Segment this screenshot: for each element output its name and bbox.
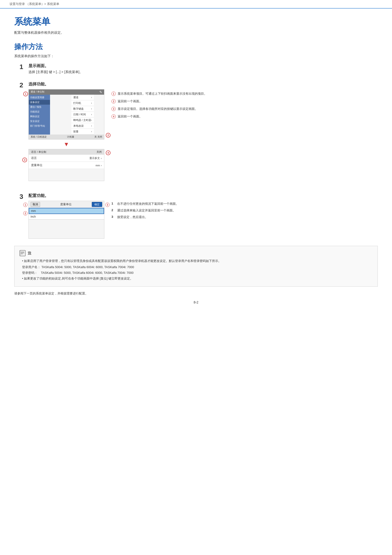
right-item-0: 通道› [71,95,94,100]
sub-unit-arrow: › [101,164,102,167]
config-option-mm[interactable]: mm [29,208,104,214]
right-item-5: 来电改设› [71,123,94,129]
login-pass-label: 登录密码： [22,271,37,275]
callout-2: 2 [106,133,111,138]
page-subtitle: 配置与整体机器操作相关的设定。 [14,31,378,35]
step3-callout-2: 2 [23,211,28,215]
step-1-container: 1 显示画面。 选择 [主界面] 键 > [...] > [系统菜单]。 [14,63,378,74]
note-text-1: 显示系统菜单项目。可通过上下轻扫画面来显示没有出现的项目。 [118,92,378,96]
menu-bottom-bar: 系统 / 日程选定 计耗量 关 关闭 [29,135,104,139]
callout-4: 4 [106,150,111,155]
step3-note-text-1: 在不进行任何更改的情况下返回前一个画面。 [117,202,179,206]
sub-lang-value: 显示多文 [89,156,100,160]
cancel-button[interactable]: 取消 [31,202,40,207]
note-icon [19,250,26,256]
note-box: 注 如果启用了用户登录管理，您只有以管理员身份或具有配置该设置权限的用户身份登录… [14,246,378,287]
page-footer: 8-2 [14,300,378,304]
bottom-close: 关 关闭 [94,135,102,139]
login-user-value: TASKalfa 5004i: 5000, TASKalfa 6004i: 60… [42,265,134,269]
sub-screen-top: 语言 / 单位制 关闭 [29,149,104,155]
sub-item-unit: 度量单位 mm › [29,162,104,169]
step3-callout-1: 1 [23,203,28,207]
config-screen: 取消 度量单位 确定 mm inch [29,201,104,239]
callout-1: 1 [23,92,28,96]
step-2-num: 2 [14,81,29,89]
right-item-1: 打印机› [71,100,94,106]
down-arrow: ▼ [64,141,69,148]
menu-left-panel: 功能设置用册 设备设定 通信 / 报告 功能添定 网络设定 安全设定 部门管理/… [29,95,50,135]
step-3-num: 3 [14,193,29,200]
step3-note-num-3: 3 [111,215,117,219]
menu-right-panel: 通道› 打印机› 数字键盘› 日期 / 时间› 蜂鸣器 / 主时器› 来电改设›… [71,95,94,135]
config-title: 度量单位 [60,202,72,206]
menu-top-icon: ✎ [99,90,102,94]
right-item-4: 蜂鸣器 / 主时器› [71,117,94,123]
section-intro: 系统菜单的操作方法如下： [14,54,378,58]
note-header: 注 [19,250,373,256]
sub-item-unit-label: 度量单位 [31,163,43,167]
config-option-inch[interactable]: inch [29,214,104,219]
step-3-heading: 配置功能。 [29,193,378,198]
step-3-notes: 1 在不进行任何更改的情况下返回前一个画面。 2 通过选择来输入设定并返回至前一… [111,201,378,239]
svg-rect-4 [20,250,21,256]
step3-note-text-3: 接受设定，然后退出。 [117,215,148,219]
note-num-3: 3 [111,107,116,111]
menu-screenshot: 通道 / 单位制 ✎ 功能设置用册 设备设定 通信 / 报 [29,89,104,139]
step-3-container: 3 配置功能。 1 2 3 取消 [14,193,378,239]
note-num-4: 4 [111,114,116,119]
login-user-label: 登录用户名： [22,265,41,269]
step3-callout-3: 3 [105,203,110,207]
section-title: 操作方法 [14,42,378,52]
left-item-4: 网络设定 [29,114,50,119]
left-item-3: 功能添定 [29,110,50,114]
left-item-1: 设备设定 [29,100,50,105]
sub-title: 语言 / 单位制 [31,150,46,154]
step-2-screenshots: 1 通道 / 单位制 ✎ 功能设置用 [29,89,104,186]
step3-note-text-2: 通过选择来输入设定并返回至前一个画面。 [117,208,176,213]
step-2-heading: 选择功能。 [29,81,378,87]
step3-note-num-2: 2 [111,208,117,212]
login-user-info: 登录用户名： TASKalfa 5004i: 5000, TASKalfa 60… [19,265,373,269]
sub-screen: 语言 / 单位制 关闭 语言 显示多文 › [29,149,104,181]
note-text-4: 返回前一个画面。 [118,114,378,119]
ok-button[interactable]: 确定 [92,202,102,207]
note-text-2: 返回前一个画面。 [118,99,378,103]
step-2-notes: 1 显示系统菜单项目。可通过上下轻扫画面来显示没有出现的项目。 2 返回前一个画… [111,89,378,186]
note-title: 注 [28,251,31,256]
config-top-bar: 取消 度量单位 确定 [29,201,104,208]
ref-line: 请参阅下一页的系统菜单设定，并根据需要进行配置。 [14,291,378,296]
left-item-6: 部门管理/号站 [29,124,50,128]
right-item-3: 日期 / 时间› [71,112,94,117]
menu-top-bar: 通道 / 单位制 ✎ [29,89,104,95]
note-num-2: 2 [111,99,116,103]
sub-lang-arrow: › [101,157,102,160]
right-item-2: 数字键盘› [71,106,94,112]
sub-close: 关闭 [97,150,102,154]
bottom-right: 计耗量 [67,135,74,139]
step-1-heading: 显示画面。 [29,63,378,69]
login-pass-info: 登录密码： TASKalfa 5004i: 5000, TASKalfa 600… [19,271,373,275]
page-num: 8-2 [193,300,198,304]
breadcrumb: 设置与登录 （系统菜单）> 系统菜单 [0,0,392,8]
bottom-label: 系统 / 日程选定 [31,135,47,139]
page-title: 系统菜单 [14,16,378,28]
step3-note-num-1: 1 [111,202,117,205]
step-2-container: 2 选择功能。 1 通道 / 单位制 [14,81,378,186]
menu-top-left: 通道 / 单位制 [31,90,44,94]
note-item-0: 如果启用了用户登录管理，您只有以管理员身份或具有配置该设置权限的用户身份登录机器… [19,259,373,263]
sub-item-lang: 语言 显示多文 › [29,155,104,162]
step-1-desc: 选择 [主界面] 键 > [...] > [系统菜单]。 [29,70,378,74]
left-item-5: 安全设定 [29,119,50,124]
left-item-0: 功能设置用册 [29,95,50,100]
note-item-1: 如果更改了功能的初始设定,则可在各个功能画面中选择 [复位] 键立即更改设定。 [19,277,373,281]
note-text-3: 显示设定项目。选择各功能所对应的按键以显示设定画面。 [118,107,378,111]
login-pass-value: TASKalfa 5004i: 5000, TASKalfa 6004i: 60… [41,271,134,275]
step-1-num: 1 [14,63,29,71]
left-item-2: 通信 / 报告 [29,105,50,110]
right-item-6: 留量› [71,129,94,135]
callout-3: 3 [22,158,27,162]
sub-unit-value: mm [96,164,100,167]
note-num-1: 1 [111,92,116,96]
sub-item-lang-label: 语言 [31,156,37,160]
